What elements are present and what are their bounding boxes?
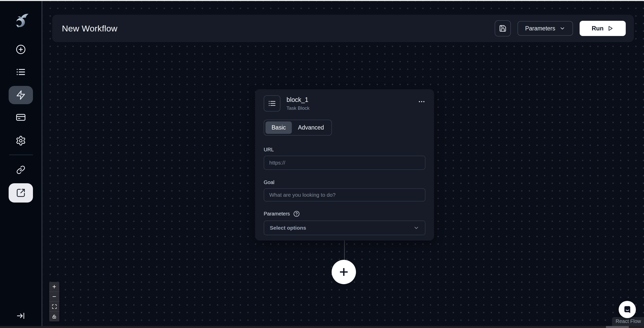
sidebar-item-workflows[interactable] bbox=[9, 86, 33, 104]
canvas-controls bbox=[49, 282, 59, 321]
intercom-chat-icon bbox=[622, 304, 632, 315]
save-icon bbox=[499, 25, 507, 32]
lightning-icon bbox=[16, 90, 26, 100]
url-label: URL bbox=[264, 147, 425, 153]
parameters-button-label: Parameters bbox=[525, 25, 555, 32]
workflow-canvas[interactable]: New Workflow Parameters bbox=[43, 1, 644, 326]
external-link-icon bbox=[16, 188, 26, 198]
play-icon bbox=[607, 25, 614, 32]
sidebar-item-link[interactable] bbox=[16, 165, 25, 174]
sidebar-divider bbox=[9, 155, 33, 155]
list-icon bbox=[16, 67, 26, 77]
url-field-group: URL bbox=[264, 147, 425, 170]
window-bottom-edge bbox=[0, 326, 644, 328]
parameters-select-value: Select options bbox=[270, 225, 306, 231]
node-icon-box bbox=[264, 95, 280, 112]
credit-card-icon bbox=[16, 112, 26, 122]
run-button-label: Run bbox=[592, 25, 604, 32]
node-subtitle: Task Block bbox=[287, 105, 310, 111]
skyvern-logo[interactable] bbox=[11, 11, 31, 31]
chat-launcher-button[interactable] bbox=[619, 301, 636, 318]
lock-interactivity-button[interactable] bbox=[49, 312, 59, 321]
list-icon bbox=[268, 99, 276, 107]
parameters-button[interactable]: Parameters bbox=[517, 21, 573, 36]
task-block-node[interactable]: block_1 Task Block Basic Advanced URL Go… bbox=[255, 89, 434, 241]
node-header-text: block_1 Task Block bbox=[287, 95, 310, 111]
url-input[interactable] bbox=[264, 156, 425, 170]
workflow-header-panel: New Workflow Parameters bbox=[52, 15, 634, 42]
run-button[interactable]: Run bbox=[580, 21, 626, 36]
tab-basic[interactable]: Basic bbox=[265, 121, 292, 134]
plus-icon bbox=[337, 265, 350, 279]
scrollbar-thumb[interactable] bbox=[606, 326, 629, 328]
ellipsis-icon bbox=[418, 98, 425, 105]
header-actions: Parameters Run bbox=[495, 20, 626, 37]
minus-icon bbox=[51, 294, 57, 299]
sidebar-collapse-button[interactable] bbox=[16, 311, 25, 320]
sidebar-item-settings[interactable] bbox=[15, 135, 26, 146]
gear-icon bbox=[15, 135, 26, 146]
chevron-down-icon bbox=[413, 225, 419, 231]
sidebar-item-external[interactable] bbox=[9, 183, 33, 203]
parameters-label: Parameters bbox=[264, 211, 425, 217]
react-flow-attribution: React Flow bbox=[612, 317, 644, 326]
plus-circle-icon bbox=[16, 44, 26, 54]
node-title: block_1 bbox=[287, 96, 310, 103]
chevron-down-icon bbox=[559, 25, 565, 31]
help-circle-icon[interactable] bbox=[293, 211, 300, 217]
parameters-field-group: Parameters Select options bbox=[264, 211, 425, 235]
sidebar-item-list[interactable] bbox=[16, 67, 26, 77]
parameters-label-text: Parameters bbox=[264, 211, 290, 217]
node-menu-button[interactable] bbox=[417, 97, 426, 106]
sidebar-item-billing[interactable] bbox=[16, 112, 26, 122]
goal-field-group: Goal bbox=[264, 179, 425, 202]
parameters-select[interactable]: Select options bbox=[264, 221, 425, 235]
fit-view-button[interactable] bbox=[49, 302, 59, 312]
dragon-logo-icon bbox=[11, 11, 31, 31]
node-tabs: Basic Advanced bbox=[264, 120, 332, 136]
zoom-in-button[interactable] bbox=[49, 282, 59, 292]
link-icon bbox=[16, 165, 25, 174]
lock-open-icon bbox=[52, 314, 57, 319]
goal-input[interactable] bbox=[264, 188, 425, 202]
maximize-icon bbox=[52, 304, 57, 309]
goal-label: Goal bbox=[264, 179, 425, 185]
window-top-edge bbox=[0, 0, 644, 1]
edge-connector bbox=[344, 240, 345, 261]
sidebar-item-create[interactable] bbox=[16, 44, 26, 54]
save-button[interactable] bbox=[495, 20, 511, 37]
add-block-button[interactable] bbox=[332, 260, 356, 284]
node-header: block_1 Task Block bbox=[264, 95, 425, 112]
zoom-out-button[interactable] bbox=[49, 292, 59, 302]
tab-advanced[interactable]: Advanced bbox=[292, 121, 330, 134]
arrow-right-to-line-icon bbox=[16, 311, 25, 320]
page-title: New Workflow bbox=[62, 24, 117, 33]
sidebar bbox=[0, 1, 42, 326]
plus-icon bbox=[51, 284, 57, 289]
